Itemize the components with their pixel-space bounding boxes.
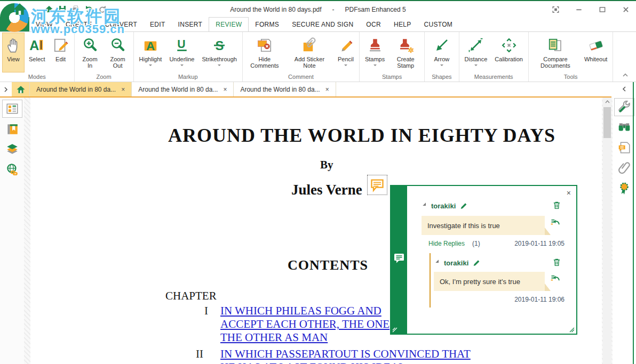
file-menu-button[interactable]: FILE — [0, 17, 29, 31]
resize-grip-icon[interactable] — [569, 327, 575, 333]
tab-ocr[interactable]: OCR — [360, 17, 387, 31]
edit-button[interactable]: Edit — [50, 33, 72, 72]
toc-link-line[interactable]: THE OTHER AS MAN — [220, 331, 328, 344]
ribbon-collapse-icon[interactable] — [622, 73, 629, 77]
toc-link-line[interactable]: ACCEPT EACH OTHER, THE ONE — [220, 318, 389, 331]
tab-forms[interactable]: FORMS — [249, 17, 285, 31]
add-sticker-note-button[interactable]: Add Sticker Note — [285, 33, 333, 72]
home-tab[interactable] — [12, 82, 30, 96]
binoculars-icon[interactable] — [614, 118, 634, 136]
close-icon[interactable]: × — [223, 86, 227, 93]
whiteout-button[interactable]: Whiteout — [581, 33, 610, 72]
dropdown-arrow-icon[interactable] — [218, 64, 221, 68]
pencil-button[interactable]: Pencil — [335, 33, 357, 72]
hand-icon — [5, 36, 21, 55]
dropdown-arrow-icon[interactable] — [149, 64, 152, 68]
comment-text-bubble[interactable]: Investigate if this is true — [422, 216, 545, 235]
comments-panel-icon[interactable] — [614, 139, 634, 157]
hide-replies-link[interactable]: Hide Replies — [428, 240, 465, 247]
document-title: AROUND THE WORLD IN EIGHTY DAYS — [168, 124, 555, 147]
dropdown-arrow-icon[interactable] — [344, 64, 347, 68]
tab-view[interactable]: VIEW — [29, 17, 59, 31]
maximize-icon[interactable] — [597, 4, 608, 15]
distance-button[interactable]: Distance — [462, 33, 491, 72]
edit-pencil-icon[interactable] — [459, 201, 468, 210]
hide-comments-button[interactable]: Hide Comments — [245, 33, 284, 72]
scroll-up-icon[interactable] — [603, 98, 611, 106]
reply-icon[interactable] — [550, 273, 561, 284]
delete-trash-icon[interactable] — [552, 257, 561, 267]
arrow-button[interactable]: Arrow — [431, 33, 453, 72]
web-links-icon[interactable] — [2, 160, 22, 179]
create-stamp-button[interactable]: ✲ Create Stamp — [389, 33, 422, 72]
document-tab[interactable]: Around the World in 80 da... × — [30, 82, 132, 96]
highlight-button[interactable]: A Highlight — [136, 33, 165, 72]
group-label: Modes — [2, 73, 73, 82]
chevron-right-icon[interactable] — [0, 82, 12, 96]
calibration-icon — [501, 36, 517, 55]
svg-text:U: U — [177, 38, 185, 51]
close-icon[interactable]: × — [567, 189, 571, 197]
toc-link-line[interactable]: HE HAS AT LAST FOUND HIS IDEAL — [220, 361, 406, 364]
collapse-triangle-icon[interactable] — [423, 203, 428, 208]
group-label: Tools — [530, 73, 611, 82]
rail-divider — [633, 82, 634, 364]
minimize-icon[interactable] — [573, 4, 585, 15]
view-button[interactable]: View — [2, 33, 25, 72]
vertical-scrollbar[interactable] — [603, 98, 611, 364]
comment-popup-sidebar[interactable] — [391, 186, 407, 334]
select-button[interactable]: A Select — [26, 33, 49, 72]
dropdown-arrow-icon[interactable] — [440, 64, 443, 68]
zoom-in-button[interactable]: Zoom In — [77, 33, 104, 72]
toc-link-line[interactable]: IN WHICH PHILEAS FOGG AND — [220, 304, 381, 318]
dropdown-arrow-icon[interactable] — [180, 64, 184, 68]
scrollbar-thumb[interactable] — [603, 107, 611, 138]
comment-popup: × torakiki Investigate if this is true H… — [390, 185, 577, 335]
close-icon[interactable] — [620, 4, 632, 15]
fullscreen-icon[interactable] — [550, 4, 561, 15]
arrow-icon — [434, 36, 450, 55]
button-label: Hide Comments — [248, 56, 281, 69]
left-panel-rail — [0, 98, 24, 364]
tab-insert[interactable]: INSERT — [172, 17, 209, 31]
paperclip-icon[interactable] — [614, 159, 634, 177]
bookmarks-icon[interactable] — [2, 120, 22, 138]
resize-grip-icon[interactable] — [392, 327, 397, 333]
zoom-out-icon — [110, 36, 126, 55]
layers-icon[interactable] — [2, 140, 22, 158]
zoom-out-button[interactable]: Zoom Out — [105, 33, 131, 72]
tab-create[interactable]: CREATE — [59, 17, 99, 31]
dropdown-arrow-icon[interactable] — [373, 64, 377, 68]
tab-review[interactable]: REVIEW — [209, 17, 249, 31]
comment-timestamp: 2019-01-11 19:05 — [514, 240, 565, 247]
wrench-icon[interactable] — [614, 98, 634, 116]
underline-button[interactable]: U Underline — [166, 33, 197, 72]
document-tab[interactable]: Around the World in 80 da... × — [132, 82, 234, 96]
group-label: Measurements — [461, 73, 527, 82]
chapter-heading: CHAPTER — [165, 289, 217, 303]
collapse-triangle-icon[interactable] — [435, 260, 441, 265]
document-tab[interactable]: Around the World in 80 da... × — [234, 82, 336, 96]
reply-text-bubble[interactable]: Ok, I'm pretty sure it's true — [434, 272, 545, 291]
compare-documents-icon — [547, 36, 563, 55]
sticky-note-icon[interactable] — [367, 175, 387, 195]
toc-link-line[interactable]: IN WHICH PASSEPARTOUT IS CONVINCED THAT — [220, 347, 471, 361]
stamps-button[interactable]: Stamps — [362, 33, 388, 72]
tab-help[interactable]: HELP — [387, 17, 418, 31]
tab-edit[interactable]: EDIT — [144, 17, 172, 31]
tab-secure-and-sign[interactable]: SECURE AND SIGN — [285, 17, 360, 31]
edit-pencil-icon[interactable] — [472, 258, 481, 267]
strikethrough-button[interactable]: S Strikethrough — [198, 33, 240, 72]
delete-trash-icon[interactable] — [552, 200, 561, 210]
compare-documents-button[interactable]: Compare Documents — [531, 33, 580, 72]
calibration-button[interactable]: Calibration — [491, 33, 526, 72]
close-icon[interactable]: × — [325, 86, 329, 93]
rosette-icon[interactable] — [614, 179, 634, 197]
title-bar: Around the World in 80 days.pdf-PDFsam E… — [0, 2, 636, 17]
tab-convert[interactable]: CONVERT — [98, 17, 144, 31]
dropdown-arrow-icon[interactable] — [474, 64, 478, 68]
reply-icon[interactable] — [550, 217, 561, 228]
tab-custom[interactable]: CUSTOM — [418, 17, 459, 31]
page-layout-icon[interactable] — [2, 100, 22, 118]
close-icon[interactable]: × — [121, 86, 125, 93]
